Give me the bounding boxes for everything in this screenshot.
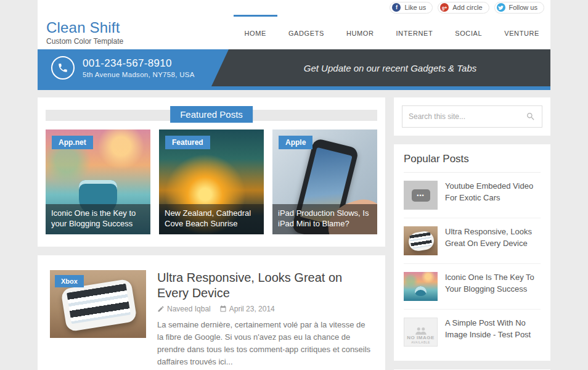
category-badge[interactable]: App.net bbox=[52, 136, 93, 149]
white-phone-screen bbox=[67, 284, 131, 324]
no-image-text: NO IMAGE bbox=[407, 335, 434, 340]
popular-post-youtube[interactable]: ••• Youtube Embeded Video For Exotic Car… bbox=[404, 173, 541, 218]
people-silhouette-icon bbox=[415, 327, 427, 335]
popular-posts-heading: Popular Posts bbox=[404, 153, 541, 173]
google-plus-button[interactable]: g+ Add circle bbox=[438, 2, 489, 14]
post-title[interactable]: Ultra Responsive, Looks Great on Every D… bbox=[157, 270, 373, 301]
post-meta: Naveed Iqbal April 23, 2014 bbox=[157, 305, 373, 313]
nav-item-gadgets[interactable]: GADGETS bbox=[277, 15, 335, 49]
sidebar: Popular Posts ••• Youtube Embeded Video … bbox=[394, 97, 550, 370]
post-thumbnail[interactable]: Xbox bbox=[50, 270, 146, 338]
contact-text: 001-234-567-8910 5th Avenue Madson, NY75… bbox=[83, 57, 195, 78]
content-column: Featured Posts App.net Iconic One is the… bbox=[38, 97, 385, 370]
author-meta[interactable]: Naveed Iqbal bbox=[157, 305, 211, 313]
popular-post-ultra-responsive[interactable]: Ultra Responsive, Looks Great On Every D… bbox=[404, 218, 541, 264]
category-badge[interactable]: Featured bbox=[165, 136, 210, 149]
post-excerpt: La semaine dernière, certainement volé p… bbox=[157, 319, 373, 369]
no-image-thumb: NO IMAGE AVAILABLE bbox=[404, 318, 438, 347]
post-author[interactable]: Naveed Iqbal bbox=[167, 305, 211, 313]
nav-item-humor[interactable]: HUMOR bbox=[335, 15, 385, 49]
nav-item-social[interactable]: SOCIAL bbox=[444, 15, 493, 49]
post-date: April 23, 2014 bbox=[229, 305, 275, 313]
featured-posts-header: Featured Posts bbox=[46, 106, 377, 125]
site-title[interactable]: Clean Shift bbox=[46, 19, 123, 36]
facebook-like-label: Like us bbox=[404, 4, 426, 11]
boat-illustration bbox=[415, 286, 427, 296]
search-box bbox=[402, 105, 542, 128]
featured-card-ipad[interactable]: Apple iPad Production Slows, Is iPad Min… bbox=[272, 130, 377, 234]
google-plus-icon: g+ bbox=[440, 3, 449, 12]
nav-item-home[interactable]: HOME bbox=[234, 15, 277, 49]
featured-card-sunrise[interactable]: Featured New Zealand, Cathedral Cove Bea… bbox=[159, 130, 264, 234]
post-body: Ultra Responsive, Looks Great on Every D… bbox=[157, 270, 373, 369]
popular-posts-widget: Popular Posts ••• Youtube Embeded Video … bbox=[394, 144, 550, 361]
search-input[interactable] bbox=[409, 112, 526, 121]
popular-post-title[interactable]: Youtube Embeded Video For Exotic Cars bbox=[445, 181, 541, 210]
google-plus-label: Add circle bbox=[452, 4, 482, 11]
post-ultra-responsive: Xbox Ultra Responsive, Looks Great on Ev… bbox=[50, 270, 373, 369]
boat-thumb bbox=[404, 272, 438, 301]
no-image-subtext: AVAILABLE bbox=[411, 340, 430, 344]
white-phone-screen bbox=[409, 232, 432, 249]
notice-strip: Get Update on our recent Gadgets & Tabs bbox=[211, 49, 550, 86]
nav-item-venture[interactable]: VENTURE bbox=[493, 15, 550, 49]
logo-block[interactable]: Clean Shift Custom Color Template bbox=[46, 19, 123, 46]
white-phone-illustration bbox=[407, 230, 435, 252]
popular-post-title[interactable]: A Simple Post With No Image Inside - Tes… bbox=[445, 318, 541, 347]
twitter-follow-label: Follow us bbox=[509, 4, 537, 11]
contact-banner: 001-234-567-8910 5th Avenue Madson, NY75… bbox=[38, 49, 550, 90]
featured-posts-section: Featured Posts App.net Iconic One is the… bbox=[38, 97, 385, 247]
popular-post-title[interactable]: Iconic One Is The Key To Your Blogging S… bbox=[445, 272, 541, 301]
address: 5th Avenue Madson, NY758, USA bbox=[83, 71, 195, 78]
search-widget bbox=[394, 97, 550, 136]
featured-cards: App.net Iconic One is the Key to your Bl… bbox=[46, 130, 377, 234]
page-container: f Like us g+ Add circle Follow us Clean … bbox=[38, 0, 550, 370]
phone-icon bbox=[51, 56, 75, 80]
featured-card-iconic-one[interactable]: App.net Iconic One is the Key to your Bl… bbox=[46, 130, 150, 234]
phone-number: 001-234-567-8910 bbox=[83, 57, 195, 70]
facebook-icon: f bbox=[392, 3, 401, 12]
popular-post-title[interactable]: Ultra Responsive, Looks Great On Every D… bbox=[445, 226, 541, 255]
featured-card-title[interactable]: Iconic One is the Key to your Blogging S… bbox=[46, 204, 150, 234]
search-icon[interactable] bbox=[526, 112, 536, 121]
popular-post-simple-post[interactable]: NO IMAGE AVAILABLE A Simple Post With No… bbox=[404, 310, 541, 355]
top-social-bar: f Like us g+ Add circle Follow us bbox=[38, 0, 550, 15]
featured-card-title[interactable]: New Zealand, Cathedral Cove Beach Sunris… bbox=[159, 204, 264, 234]
post-list-section: Xbox Ultra Responsive, Looks Great on Ev… bbox=[38, 255, 385, 370]
nav-item-internet[interactable]: INTERNET bbox=[385, 15, 444, 49]
site-header: Clean Shift Custom Color Template HOME G… bbox=[38, 15, 550, 49]
featured-posts-button[interactable]: Featured Posts bbox=[170, 106, 253, 123]
site-tagline: Custom Color Template bbox=[46, 37, 123, 46]
notice-message: Get Update on our recent Gadgets & Tabs bbox=[285, 63, 476, 73]
twitter-icon bbox=[497, 3, 505, 12]
pencil-icon bbox=[157, 305, 165, 313]
featured-card-title[interactable]: iPad Production Slows, Is iPad Mini to B… bbox=[272, 204, 377, 234]
popular-post-iconic-one[interactable]: Iconic One Is The Key To Your Blogging S… bbox=[404, 264, 541, 310]
main-nav: HOME GADGETS HUMOR INTERNET SOCIAL VENTU… bbox=[234, 15, 551, 49]
video-placeholder-thumb: ••• bbox=[404, 181, 438, 210]
category-badge[interactable]: Apple bbox=[279, 136, 312, 149]
date-meta: April 23, 2014 bbox=[219, 305, 275, 313]
category-badge[interactable]: Xbox bbox=[55, 275, 84, 287]
video-dots-icon: ••• bbox=[412, 189, 430, 202]
calendar-icon bbox=[219, 305, 227, 313]
facebook-like-button[interactable]: f Like us bbox=[390, 2, 433, 14]
twitter-follow-button[interactable]: Follow us bbox=[494, 2, 544, 14]
phone-thumb bbox=[404, 226, 438, 255]
